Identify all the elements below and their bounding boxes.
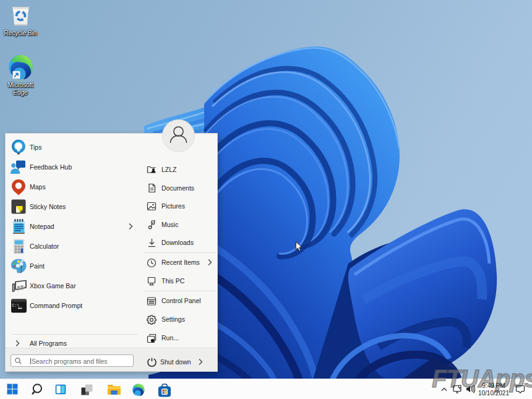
svg-text:C:\: C:\ — [12, 304, 20, 308]
